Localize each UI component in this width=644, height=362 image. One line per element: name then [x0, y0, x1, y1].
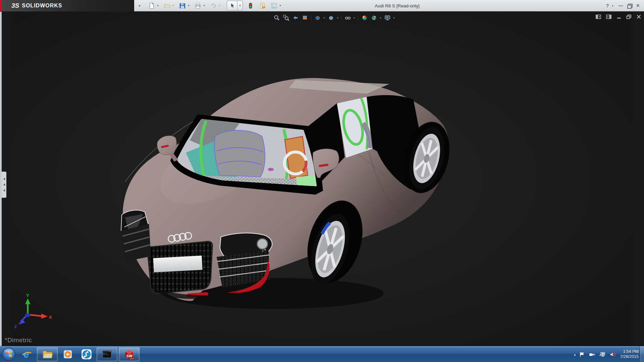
previous-view-button[interactable] [291, 14, 300, 22]
minimize-button[interactable]: — [618, 3, 624, 8]
new-dropdown-icon[interactable]: ▾ [156, 4, 160, 7]
start-button[interactable] [0, 347, 17, 362]
close-button[interactable]: × [635, 2, 641, 9]
zoom-to-area-button[interactable] [282, 14, 290, 22]
edit-appearance-button[interactable] [360, 14, 369, 22]
zoom-to-area-icon [283, 14, 289, 21]
open-button[interactable] [162, 1, 171, 10]
action-center-flag-icon[interactable] [579, 352, 585, 357]
new-document-button[interactable] [147, 1, 156, 10]
display-style-dropdown-icon[interactable]: ▾ [336, 16, 339, 19]
driver-seat [214, 130, 265, 177]
undo-dropdown-icon[interactable]: ▾ [218, 4, 221, 7]
view-orientation-label: *Dimetric [5, 337, 32, 344]
restore-button[interactable] [627, 4, 632, 8]
solidworks-logo: 3S SOLIDWORKS [0, 0, 134, 11]
volume-muted-icon[interactable] [609, 352, 616, 357]
feature-pane-expand-tab[interactable] [2, 172, 6, 198]
left-pane-toggle-icon[interactable] [596, 14, 601, 19]
section-view-icon [302, 14, 308, 21]
doc-minimize-icon[interactable] [616, 14, 622, 19]
collapse-arrow-icon [3, 189, 5, 192]
taskbar-app-path-tool[interactable] [78, 347, 95, 361]
internet-explorer-icon: e [21, 349, 32, 360]
window-title: Audi R8 S [Read-only] [375, 0, 420, 11]
select-cursor-icon [228, 2, 236, 9]
taskbar-app-internet-explorer[interactable]: e [18, 347, 36, 361]
toolbar-divider [341, 15, 341, 21]
print-dropdown-icon[interactable]: ▾ [202, 4, 206, 7]
print-button[interactable] [193, 1, 202, 10]
view-orientation-button[interactable] [313, 14, 322, 22]
save-button[interactable] [178, 1, 187, 10]
power-plug-icon[interactable] [589, 352, 595, 357]
z-axis-label: Z [14, 324, 17, 329]
taskbar-app-windows-explorer[interactable] [37, 347, 58, 361]
collapse-arrow-icon [3, 178, 5, 180]
standard-toolbar: ▾ ▾ ▾ ▾ [147, 1, 284, 10]
display-style-icon [328, 14, 334, 21]
view-settings-icon [384, 14, 391, 21]
undo-icon [210, 2, 217, 9]
view-settings-dropdown-icon[interactable]: ▾ [392, 16, 395, 19]
help-button[interactable]: ? ▾ [604, 3, 614, 8]
help-dropdown-icon: ▾ [611, 4, 614, 7]
select-dropdown[interactable]: ▾ [237, 1, 243, 10]
undo-button[interactable] [209, 1, 218, 10]
file-properties-button[interactable] [258, 1, 267, 10]
open-dropdown-icon[interactable]: ▾ [171, 4, 175, 7]
ds-logo-mark: 3S [11, 2, 19, 9]
show-desktop-button[interactable] [640, 346, 644, 362]
taskbar-clock[interactable]: 1:54 PM 7/28/2015 [620, 349, 639, 359]
right-pane-toggle-icon[interactable] [606, 14, 612, 19]
apply-scene-dropdown-icon[interactable]: ▾ [379, 16, 382, 19]
doc-restore-icon[interactable] [626, 14, 632, 19]
headsup-view-toolbar: ▾ ▾ ▾ ▾ ▾ [272, 13, 395, 23]
toolbar-divider [311, 15, 311, 21]
brand-accent-stripe [0, 0, 2, 11]
document-window-controls [596, 14, 641, 19]
view-orientation-dropdown-icon[interactable]: ▾ [323, 16, 326, 19]
solidworks-window: 3S SOLIDWORKS ▸ ▾ ▾ ▾ [0, 0, 644, 362]
select-button[interactable] [227, 1, 237, 10]
previous-view-icon [292, 14, 299, 21]
save-floppy-icon [179, 2, 186, 9]
taskbar-app-media-player[interactable] [59, 347, 76, 361]
folder-icon [42, 349, 53, 360]
title-bar: 3S SOLIDWORKS ▸ ▾ ▾ ▾ [0, 0, 644, 11]
x-axis-label: X [49, 315, 52, 320]
solidworks-2015-icon: SW 2015 [123, 349, 135, 360]
network-icon[interactable] [599, 352, 606, 357]
view-orientation-icon [314, 14, 321, 21]
options-button[interactable] [269, 1, 278, 10]
section-view-button[interactable] [301, 14, 309, 22]
help-icon: ? [604, 3, 611, 8]
hide-show-dropdown-icon[interactable]: ▾ [353, 16, 356, 19]
clock-date: 7/28/2015 [620, 354, 639, 359]
taskbar-app-solidworks[interactable]: SW 2015 [119, 347, 140, 361]
windows-start-icon [2, 347, 16, 361]
save-dropdown-icon[interactable]: ▾ [187, 4, 191, 7]
hide-show-items-button[interactable] [343, 14, 352, 22]
blue-path-app-icon [81, 349, 92, 360]
rebuild-button[interactable] [246, 1, 255, 10]
clock-time: 1:54 PM [620, 349, 639, 354]
view-settings-button[interactable] [383, 14, 391, 22]
options-dropdown-icon[interactable]: ▾ [278, 4, 282, 7]
system-tray: ▴ 1:54 PM 7/28/2015 [574, 346, 639, 362]
display-style-button[interactable] [327, 14, 335, 22]
taskbar-app-command-prompt[interactable]: C:\_ [97, 347, 117, 361]
collapse-arrow-icon [3, 183, 5, 186]
apply-scene-button[interactable] [370, 14, 378, 22]
select-tool-group: ▾ [227, 1, 243, 10]
hidden-icons-arrow-icon[interactable]: ▴ [574, 353, 576, 356]
graphics-viewport[interactable]: Y X Z [0, 12, 644, 346]
svg-text:e: e [23, 349, 29, 360]
menu-expander-icon[interactable]: ▸ [138, 3, 142, 8]
doc-close-icon[interactable] [636, 14, 641, 19]
select-dropdown-icon: ▾ [238, 4, 242, 7]
window-controls: ? ▾ — × [604, 0, 641, 11]
edit-appearance-icon [361, 14, 368, 21]
svg-text:C:\_: C:\_ [103, 353, 109, 355]
zoom-to-fit-button[interactable] [272, 14, 281, 22]
